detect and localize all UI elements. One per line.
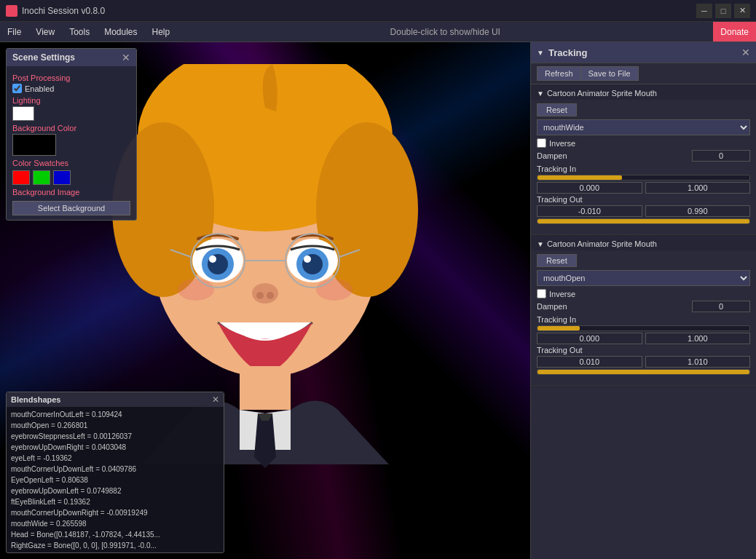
save-to-file-button[interactable]: Save to File [580, 66, 639, 81]
svg-point-14 [256, 292, 264, 299]
tracking-collapse-icon: ▼ [537, 49, 544, 57]
blendshapes-title: Blendshapes [11, 395, 60, 404]
menu-help[interactable]: Help [145, 22, 178, 41]
section2-tracking-out-min[interactable]: 0.010 [537, 356, 642, 368]
minimize-button[interactable]: ─ [696, 4, 712, 18]
section2-param-dropdown[interactable]: mouthOpen [537, 270, 750, 286]
select-background-button[interactable]: Select Background [12, 201, 130, 215]
enabled-label: Enabled [25, 84, 54, 93]
section1-collapse-icon: ▼ [537, 90, 544, 98]
tracking-panel: ▼ Tracking ✕ Refresh Save to File ▼ Cart… [530, 42, 756, 559]
blendshape-line-10: mouthWide = 0.265598 [11, 518, 219, 529]
section1-dampen-row: Dampen [537, 150, 750, 162]
section1-content: Reset mouthWide Inverse Dampen Tracking … [531, 100, 756, 229]
section1-tracking-in-fill [538, 175, 622, 180]
section1-tracking-out-inputs: -0.010 0.990 [537, 205, 750, 217]
background-color-swatch[interactable] [12, 134, 56, 156]
color-swatches-label: Color Swatches [12, 159, 130, 167]
blendshape-line-4: eyeLeft = -0.19362 [11, 453, 219, 464]
menu-file[interactable]: File [0, 22, 28, 41]
blendshape-line-7: eyebrowUpDownLeft = 0.0749882 [11, 485, 219, 496]
blendshapes-body: mouthCornerInOutLeft = 0.109424 mouthOpe… [7, 407, 224, 552]
swatch-blue[interactable] [53, 170, 71, 185]
tracking-toolbar: Refresh Save to File [531, 63, 756, 84]
blendshape-line-3: eyebrowUpDownRight = 0.0403048 [11, 442, 219, 453]
app-title: Inochi Session v0.8.0 [22, 6, 105, 16]
maximize-button[interactable]: □ [715, 4, 731, 18]
section2-tracking-out-slider[interactable] [537, 369, 750, 375]
section1-header[interactable]: ▼ Cartoon Animator Sprite Mouth [531, 84, 756, 100]
section1-tracking-out-max[interactable]: 0.990 [645, 205, 751, 217]
section2-inverse-label: Inverse [549, 290, 575, 298]
scene-settings-title: Scene Settings [12, 52, 75, 63]
canvas-area: Scene Settings ✕ Post Processing Enabled… [0, 42, 530, 559]
tracking-section-1: ▼ Cartoon Animator Sprite Mouth Reset mo… [531, 84, 756, 235]
main-layout: Scene Settings ✕ Post Processing Enabled… [0, 42, 756, 559]
section1-tracking-in-max[interactable]: 1.000 [645, 182, 751, 194]
section2-dampen-label: Dampen [537, 302, 567, 311]
color-swatches-row [12, 170, 130, 185]
menu-bar: File View Tools Modules Help Double-clic… [0, 22, 756, 42]
enabled-checkbox[interactable] [12, 84, 22, 93]
donate-button[interactable]: Donate [713, 22, 756, 41]
section2-collapse-icon: ▼ [537, 240, 544, 248]
section2-tracking-out-inputs: 0.010 1.010 [537, 356, 750, 368]
lighting-label: Lighting [12, 96, 130, 105]
tracking-header: ▼ Tracking ✕ [531, 42, 756, 63]
section1-inverse-checkbox[interactable] [537, 138, 546, 148]
menu-tools[interactable]: Tools [62, 22, 97, 41]
section1-tracking-out-fill [538, 219, 749, 223]
section1-tracking-in-slider[interactable] [537, 175, 750, 181]
canvas-background: Scene Settings ✕ Post Processing Enabled… [0, 42, 530, 559]
window-controls: ─ □ ✕ [696, 4, 750, 18]
scene-settings-header[interactable]: Scene Settings ✕ [7, 49, 136, 66]
section2-tracking-in-slider[interactable] [537, 325, 750, 331]
section1-dampen-input[interactable] [692, 150, 750, 162]
blendshape-line-5: mouthCornerUpDownLeft = 0.0409786 [11, 464, 219, 475]
blendshape-line-11: Head = Bone([0.148187, -1.07824, -4.4413… [11, 529, 219, 540]
scene-settings-panel: Scene Settings ✕ Post Processing Enabled… [6, 48, 137, 221]
swatch-green[interactable] [33, 170, 50, 185]
svg-point-15 [267, 292, 274, 299]
blendshapes-header: Blendshapes ✕ [7, 392, 224, 407]
section1-tracking-in-inputs: 0.000 1.000 [537, 182, 750, 194]
section2-tracking-out-max[interactable]: 1.010 [645, 356, 751, 368]
section2-tracking-in-min[interactable]: 0.000 [537, 333, 642, 344]
svg-point-16 [178, 279, 214, 301]
scene-settings-close[interactable]: ✕ [122, 52, 130, 63]
background-image-label: Background Image [12, 188, 130, 197]
svg-point-8 [209, 255, 216, 263]
section2-inverse-checkbox[interactable] [537, 289, 546, 298]
section1-inverse-row: Inverse [537, 138, 750, 148]
section1-tracking-in-min[interactable]: 0.000 [537, 182, 642, 194]
section2-tracking-in-max[interactable]: 1.000 [645, 333, 751, 344]
section2-header[interactable]: ▼ Cartoon Animator Sprite Mouth [531, 235, 756, 250]
refresh-button[interactable]: Refresh [537, 66, 580, 81]
background-color-label: Background Color [12, 124, 130, 132]
blendshape-line-6: EyeOpenLeft = 0.80638 [11, 475, 219, 485]
tracking-title: Tracking [548, 47, 587, 58]
blendshapes-close[interactable]: ✕ [212, 395, 219, 405]
section2-tracking-in-inputs: 0.000 1.000 [537, 333, 750, 344]
section1-tracking-out-min[interactable]: -0.010 [537, 205, 642, 217]
tracking-section-2: ▼ Cartoon Animator Sprite Mouth Reset mo… [531, 235, 756, 386]
swatch-red[interactable] [12, 170, 30, 185]
section2-dampen-row: Dampen [537, 301, 750, 312]
close-button[interactable]: ✕ [734, 4, 750, 18]
section2-tracking-out-label: Tracking Out [537, 346, 750, 354]
menu-modules[interactable]: Modules [97, 22, 144, 41]
lighting-color-swatch[interactable] [12, 106, 34, 121]
post-processing-label: Post Processing [12, 74, 130, 82]
svg-point-12 [304, 255, 311, 263]
menu-view[interactable]: View [28, 22, 62, 41]
section2-reset-button[interactable]: Reset [537, 254, 577, 267]
section2-title: Cartoon Animator Sprite Mouth [547, 239, 657, 248]
section2-dampen-input[interactable] [692, 301, 750, 312]
section1-tracking-out-slider[interactable] [537, 218, 750, 224]
section1-reset-button[interactable]: Reset [537, 103, 577, 116]
section1-param-dropdown[interactable]: mouthWide [537, 119, 750, 135]
tracking-close-button[interactable]: ✕ [741, 47, 750, 58]
section1-tracking-in-label: Tracking In [537, 164, 750, 173]
enabled-row: Enabled [12, 84, 130, 93]
tracking-title-row: ▼ Tracking [537, 47, 587, 58]
